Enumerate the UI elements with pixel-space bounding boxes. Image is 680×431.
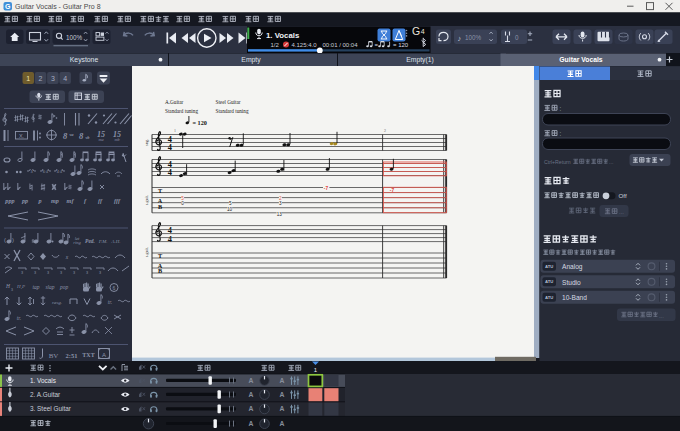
svg-text:TXT: TXT xyxy=(82,352,94,358)
svg-text:2: 2 xyxy=(384,128,386,133)
svg-text:G: G xyxy=(412,25,420,37)
svg-text:Studio: Studio xyxy=(562,279,581,286)
svg-text:mb: mb xyxy=(114,137,119,142)
svg-text:Keystone: Keystone xyxy=(70,56,99,64)
svg-text:3: 3 xyxy=(60,271,62,275)
svg-text:pop: pop xyxy=(59,284,69,290)
svg-text:Steel Guitar: Steel Guitar xyxy=(216,99,241,105)
svg-text:00:01 / 00:04: 00:01 / 00:04 xyxy=(323,42,359,48)
svg-text:10-Band: 10-Band xyxy=(562,294,587,301)
svg-text:2. A.Guitar: 2. A.Guitar xyxy=(30,391,61,398)
svg-text:3: 3 xyxy=(47,271,49,275)
svg-text:4: 4 xyxy=(421,28,425,35)
svg-text:ma: ma xyxy=(98,137,103,142)
svg-text::: : xyxy=(560,105,562,112)
svg-text:rasg.: rasg. xyxy=(52,300,62,305)
svg-text:6: 6 xyxy=(113,285,116,291)
svg-text:100%: 100% xyxy=(66,34,83,41)
svg-text:3: 3 xyxy=(86,271,88,275)
svg-text:3: 3 xyxy=(11,288,13,292)
svg-text:Ped.: Ped. xyxy=(85,238,95,244)
svg-text:3: 3 xyxy=(21,271,23,275)
svg-text:A: A xyxy=(280,391,285,398)
svg-text:BV: BV xyxy=(49,352,59,360)
svg-text:mf: mf xyxy=(67,197,75,204)
svg-text:A: A xyxy=(280,377,285,384)
svg-text:1: 1 xyxy=(174,128,176,133)
svg-text:Off: Off xyxy=(619,192,627,199)
svg-text:X.: X. xyxy=(19,133,25,139)
svg-text:tr.: tr. xyxy=(108,299,113,305)
svg-text::: : xyxy=(560,130,562,137)
svg-text:3: 3 xyxy=(51,75,55,82)
svg-text:5: 5 xyxy=(181,196,184,201)
svg-text:6:4: 6:4 xyxy=(43,170,48,174)
svg-text:3: 3 xyxy=(99,271,101,275)
svg-text:): ) xyxy=(12,237,14,243)
svg-text:-7: -7 xyxy=(390,188,395,193)
svg-text:♪: ♪ xyxy=(458,34,462,43)
svg-text:= 120: = 120 xyxy=(193,119,207,126)
svg-text:0: 0 xyxy=(181,201,184,206)
svg-text:G: G xyxy=(5,3,11,10)
svg-text:ring: ring xyxy=(73,240,81,245)
svg-text:ATU: ATU xyxy=(545,264,553,269)
svg-text:0: 0 xyxy=(515,34,519,41)
svg-text:tap: tap xyxy=(32,284,39,290)
svg-text:1/2: 1/2 xyxy=(271,42,280,48)
svg-text:A.H.: A.H. xyxy=(111,239,121,244)
svg-text:B: B xyxy=(158,203,162,210)
svg-text:3. Steel Guitar: 3. Steel Guitar xyxy=(30,405,72,412)
svg-text:pp: pp xyxy=(21,197,28,204)
svg-text:fff: fff xyxy=(114,197,121,204)
svg-text:1. Vocals: 1. Vocals xyxy=(30,377,56,384)
svg-text:mp: mp xyxy=(51,197,59,204)
svg-text:Standard tuning: Standard tuning xyxy=(216,108,249,114)
svg-text:=: = xyxy=(375,42,379,48)
svg-text:(: ( xyxy=(4,237,6,243)
svg-text:2:51: 2:51 xyxy=(66,352,78,359)
svg-text:1. Vocals: 1. Vocals xyxy=(266,31,300,40)
svg-text:Guitar Vocals - Guitar Pro 8: Guitar Vocals - Guitar Pro 8 xyxy=(15,3,101,10)
svg-text:A: A xyxy=(102,352,106,358)
svg-text:Standard tuning: Standard tuning xyxy=(165,108,198,114)
svg-text:Empty: Empty xyxy=(241,56,261,64)
svg-text:5: 5 xyxy=(229,201,232,206)
svg-text:4: 4 xyxy=(63,75,67,82)
svg-text:A: A xyxy=(249,420,254,427)
svg-text:Guitar Vocals: Guitar Vocals xyxy=(559,56,603,63)
svg-text:vb: vb xyxy=(85,135,90,140)
svg-text:= 120: = 120 xyxy=(393,42,409,48)
svg-text:2: 2 xyxy=(279,196,282,201)
svg-text:ATU: ATU xyxy=(545,295,553,300)
svg-text:va: va xyxy=(69,132,74,137)
svg-text:...: ... xyxy=(609,159,613,165)
svg-text:13: 13 xyxy=(277,212,283,217)
svg-text:3: 3 xyxy=(73,271,75,275)
svg-text:B: B xyxy=(158,267,162,274)
svg-text:10: 10 xyxy=(227,207,233,212)
svg-text:sng.: sng. xyxy=(144,139,149,146)
svg-text:A: A xyxy=(280,420,285,427)
svg-text:s.guit.: s.guit. xyxy=(144,247,149,257)
svg-text:A: A xyxy=(249,391,254,398)
svg-text:1: 1 xyxy=(26,75,30,82)
svg-text:ATU: ATU xyxy=(545,279,553,284)
svg-text:Empty(1): Empty(1) xyxy=(406,56,434,64)
svg-text:Ctrl+Return: Ctrl+Return xyxy=(544,159,571,165)
svg-text:P.M.: P.M. xyxy=(98,239,108,244)
svg-text:ppp: ppp xyxy=(4,197,14,204)
svg-text:3: 3 xyxy=(34,271,36,275)
svg-text:tr.: tr. xyxy=(17,315,22,321)
svg-text:A: A xyxy=(249,377,254,384)
svg-text:A.Guitar: A.Guitar xyxy=(165,99,184,105)
svg-text:x: x xyxy=(65,254,69,260)
svg-text:...: ... xyxy=(659,313,664,319)
svg-text:2: 2 xyxy=(39,75,43,82)
svg-text:4.125:4.0: 4.125:4.0 xyxy=(292,42,318,48)
svg-text:4:4: 4:4 xyxy=(57,170,62,174)
svg-text:A: A xyxy=(249,405,254,412)
svg-text:100%: 100% xyxy=(465,34,482,41)
svg-text:s.guit.: s.guit. xyxy=(144,195,149,205)
svg-text:slap: slap xyxy=(45,284,54,290)
